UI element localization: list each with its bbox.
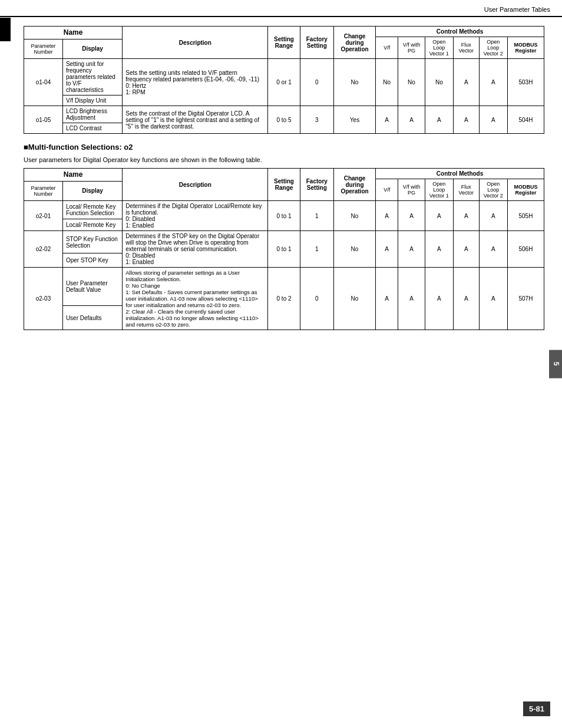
display-cell: V/f Display Unit — [62, 95, 122, 106]
flux-cell: A — [453, 59, 479, 106]
name-cell: User Parameter Default Value — [62, 268, 122, 306]
display-cell: User Defaults — [62, 306, 122, 330]
section2-subtitle: User parameters for Digital Operator key… — [24, 156, 544, 163]
vfpg-header-1: V/f with PG — [398, 37, 425, 59]
vfpg-cell: A — [398, 201, 425, 231]
name-cell: STOP Key Function Selection — [62, 231, 122, 253]
change-cell: No — [333, 268, 375, 330]
setting-range-cell: 0 to 1 — [268, 201, 300, 231]
vf-cell: A — [376, 268, 398, 330]
openloop1-header-2: Open Loop Vector 1 — [425, 179, 453, 201]
page-number: 5-81 — [523, 701, 550, 716]
desc-cell: Sets the contrast of the Digital Operato… — [123, 106, 268, 134]
openloop1-cell: A — [425, 268, 453, 330]
modbus-header-1: MODBUS Register — [507, 37, 544, 59]
table-section2: Name Description Setting Range Factory S… — [24, 168, 544, 330]
setting-range-cell: 0 or 1 — [268, 59, 300, 106]
display-cell: Local/ Remote Key — [62, 219, 122, 231]
change-cell: No — [333, 59, 375, 106]
param-num-cell: o1-04 — [24, 59, 63, 106]
modbus-cell: 504H — [507, 106, 544, 134]
openloop1-cell: A — [425, 201, 453, 231]
section2-title: ■Multi-function Selections: o2 — [24, 143, 544, 151]
page-header: User Parameter Tables — [0, 0, 562, 17]
modbus-cell: 505H — [507, 201, 544, 231]
vf-cell: A — [376, 231, 398, 268]
param-num-header-1: Parameter Number — [24, 39, 63, 58]
openloop2-cell: A — [479, 59, 507, 106]
vfpg-cell: A — [398, 268, 425, 330]
display-header-2: Display — [62, 181, 122, 200]
change-cell: No — [333, 201, 375, 231]
openloop1-cell: A — [425, 106, 453, 134]
table-row: o1-05 LCD Brightness Adjustment Sets the… — [24, 106, 544, 123]
flux-cell: A — [453, 231, 479, 268]
control-methods-header-1: Control Methods — [376, 27, 544, 37]
modbus-cell: 507H — [507, 268, 544, 330]
openloop2-header-2: Open Loop Vector 2 — [479, 179, 507, 201]
header-title: User Parameter Tables — [484, 6, 550, 13]
name-cell: Local/ Remote Key Function Selection — [62, 201, 122, 219]
flux-cell: A — [453, 201, 479, 231]
setting-range-header-1: Setting Range — [268, 27, 300, 59]
setting-range-cell: 0 to 5 — [268, 106, 300, 134]
openloop2-cell: A — [479, 201, 507, 231]
param-num-cell: o1-05 — [24, 106, 63, 134]
setting-range-cell: 0 to 1 — [268, 231, 300, 268]
change-header-2: Change during Operation — [333, 169, 375, 201]
factory-setting-header-1: Factory Setting — [300, 27, 333, 59]
setting-range-cell: 0 to 2 — [268, 268, 300, 330]
name-header-1: Name — [24, 27, 123, 39]
factory-cell: 1 — [300, 201, 333, 231]
openloop2-cell: A — [479, 106, 507, 134]
desc-header-1: Description — [123, 27, 268, 59]
vfpg-cell: A — [398, 231, 425, 268]
flux-header-1: Flux Vector — [453, 37, 479, 59]
content: Name Description Setting Range Factory S… — [0, 20, 562, 351]
openloop2-header-1: Open Loop Vector 2 — [479, 37, 507, 59]
vf-cell: A — [376, 106, 398, 134]
flux-header-2: Flux Vector — [453, 179, 479, 201]
param-num-header-2: Parameter Number — [24, 181, 63, 200]
desc-cell: Determines if the STOP key on the Digita… — [123, 231, 268, 268]
openloop1-cell: No — [425, 59, 453, 106]
table-row: o2-02 STOP Key Function Selection Determ… — [24, 231, 544, 253]
vf-cell: A — [376, 201, 398, 231]
param-num-cell: o2-01 — [24, 201, 63, 231]
factory-cell: 3 — [300, 106, 333, 134]
control-methods-header-2: Control Methods — [376, 169, 544, 179]
change-cell: Yes — [333, 106, 375, 134]
openloop2-cell: A — [479, 268, 507, 330]
table-row: o2-03 User Parameter Default Value Allow… — [24, 268, 544, 306]
side-tab: 5 — [549, 350, 562, 378]
display-header-1: Display — [62, 39, 122, 58]
vfpg-header-2: V/f with PG — [398, 179, 425, 201]
vfpg-cell: A — [398, 106, 425, 134]
vfpg-cell: No — [398, 59, 425, 106]
change-header-1: Change during Operation — [333, 27, 375, 59]
display-cell: LCD Contrast — [62, 123, 122, 134]
modbus-cell: 506H — [507, 231, 544, 268]
openloop1-cell: A — [425, 231, 453, 268]
flux-cell: A — [453, 268, 479, 330]
setting-range-header-2: Setting Range — [268, 169, 300, 201]
desc-header-2: Description — [123, 169, 268, 201]
black-tab — [0, 18, 11, 41]
modbus-cell: 503H — [507, 59, 544, 106]
name-cell: LCD Brightness Adjustment — [62, 106, 122, 123]
table-section1: Name Description Setting Range Factory S… — [24, 26, 544, 134]
param-num-cell: o2-02 — [24, 231, 63, 268]
display-cell: Oper STOP Key — [62, 253, 122, 268]
factory-cell: 0 — [300, 59, 333, 106]
openloop2-cell: A — [479, 231, 507, 268]
table-row: o1-04 Setting unit for frequency paramet… — [24, 59, 544, 95]
table-row: o2-01 Local/ Remote Key Function Selecti… — [24, 201, 544, 219]
vf-cell: No — [376, 59, 398, 106]
vf-header-1: V/f — [376, 37, 398, 59]
flux-cell: A — [453, 106, 479, 134]
desc-cell: Determines if the Digital Operator Local… — [123, 201, 268, 231]
openloop1-header-1: Open Loop Vector 1 — [425, 37, 453, 59]
vf-header-2: V/f — [376, 179, 398, 201]
factory-cell: 0 — [300, 268, 333, 330]
name-cell: Setting unit for frequency parameters re… — [62, 59, 122, 95]
